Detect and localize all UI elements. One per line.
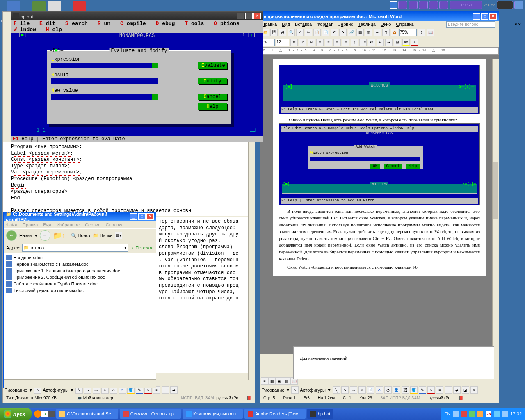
line-style-icon[interactable]: ≡ xyxy=(436,386,443,394)
cut-icon[interactable]: ✂ xyxy=(305,29,312,36)
word-toolbar-1[interactable]: 📂 💾 🖨 🔍 ✓ ✂ 📋 📄 ↶ ↷ 🔗 ▦ ▥ ✏ ¶ Ω ? 📖 xyxy=(260,27,499,37)
zoom-select[interactable] xyxy=(399,29,417,36)
file-list[interactable]: Введение.doc Первое знакомство с Паскале… xyxy=(4,253,156,294)
tp-menu-search[interactable]: Search xyxy=(65,21,91,27)
tray-icon[interactable] xyxy=(494,411,500,417)
menu-view[interactable]: Вид xyxy=(43,222,51,227)
numlist-icon[interactable]: ⋮≡ xyxy=(359,39,367,46)
menu-format[interactable]: Формат xyxy=(317,22,333,27)
document-area[interactable]: [■] Watches 3═[↕]═ F1 Help F7 Trace F8 S… xyxy=(260,55,499,354)
address-input[interactable] xyxy=(22,244,128,252)
dash-style-icon[interactable]: ⋯ xyxy=(162,386,169,394)
copy-icon[interactable]: 📋 xyxy=(313,29,321,36)
close-button[interactable]: × xyxy=(253,13,261,19)
shadow-icon[interactable]: ◪ xyxy=(462,386,469,394)
tp-menu-compile[interactable]: Compile xyxy=(120,21,149,27)
tp-menu-window[interactable]: Window xyxy=(14,27,39,33)
fontcolor-icon[interactable]: A xyxy=(411,39,418,46)
forward-button[interactable]: → xyxy=(40,230,50,241)
newvalue-input[interactable] xyxy=(51,94,158,100)
menu-table[interactable]: Таблица xyxy=(358,22,376,27)
spell-icon[interactable]: ✓ xyxy=(296,29,304,36)
font-color-icon[interactable]: A xyxy=(427,386,435,394)
expression-input[interactable] xyxy=(51,63,158,68)
arrow-style-icon[interactable]: ⇄ xyxy=(453,386,461,394)
start-button[interactable]: пуск xyxy=(0,408,32,420)
minimize-button[interactable]: _ xyxy=(237,13,244,19)
list-item[interactable]: Первое знакомство с Паскалем.doc xyxy=(5,261,155,267)
arrow-style-icon[interactable]: ⇄ xyxy=(170,386,178,394)
justify-icon[interactable]: ≡ xyxy=(342,39,349,46)
media-stop[interactable] xyxy=(429,1,438,9)
drawing-icon[interactable]: ✏ xyxy=(374,29,381,36)
menu-help[interactable]: Справка xyxy=(106,222,123,227)
close-button[interactable]: × xyxy=(146,213,154,220)
tp-titlebar[interactable]: bp.bat _ □ × xyxy=(11,12,263,20)
ql-desktop-icon[interactable] xyxy=(48,411,55,417)
taskbar-item[interactable]: Семакин_Основы пр... xyxy=(120,409,181,419)
word-icon[interactable] xyxy=(390,1,397,9)
tp-menu-run[interactable]: Run xyxy=(98,21,114,27)
book-icon[interactable]: 📕 xyxy=(247,396,251,402)
media-play[interactable] xyxy=(409,1,418,9)
textbox-icon[interactable]: 📄 xyxy=(367,386,374,394)
autoshapes-menu[interactable]: Автофигуры xyxy=(300,388,326,393)
tp-menu-options[interactable]: Options xyxy=(214,21,243,27)
scrollbar-thumb[interactable] xyxy=(493,162,498,219)
outdent-icon[interactable]: ⇤ xyxy=(377,39,384,46)
drawing-menu[interactable]: Рисование xyxy=(5,388,27,393)
question-input[interactable]: Введите вопрос xyxy=(446,21,495,28)
highlight-icon[interactable]: ab xyxy=(402,39,410,46)
maximize-button[interactable]: □ xyxy=(245,13,253,19)
menu-insert[interactable]: Вставка xyxy=(295,22,312,27)
tp-menu-debug[interactable]: Debug xyxy=(155,21,178,27)
tray-icon[interactable] xyxy=(461,411,467,417)
underline-icon[interactable]: Ч xyxy=(308,39,315,46)
book-icon[interactable]: 📕 xyxy=(459,396,463,402)
link-icon[interactable]: 🔗 xyxy=(348,29,355,36)
up-button[interactable]: 📁↑ xyxy=(53,231,66,240)
taskbar-item[interactable]: Adobe Reader - [Сем... xyxy=(244,409,306,419)
arrow-icon[interactable]: ↘ xyxy=(341,386,349,394)
bold-icon[interactable]: Ж xyxy=(290,39,298,46)
picture-icon[interactable]: 🖼 xyxy=(402,386,409,394)
clock[interactable]: 17:32 xyxy=(510,411,522,416)
wordart-icon[interactable]: A xyxy=(376,386,383,394)
list-item[interactable]: Приложение 1. Клавиши быстрого управлени… xyxy=(5,267,155,274)
3d-icon[interactable]: ◊ xyxy=(470,386,478,394)
align-right-icon[interactable]: ≡ xyxy=(333,39,341,46)
select-arrow-icon[interactable]: ↖ xyxy=(291,386,299,394)
autoshapes-menu[interactable]: Автофигуры xyxy=(43,388,68,393)
oval-icon[interactable]: ○ xyxy=(358,386,366,394)
menu-tools[interactable]: Сервис xyxy=(85,222,100,227)
ql-utorrent-icon[interactable]: μ xyxy=(41,411,48,417)
volume-slider[interactable] xyxy=(497,1,513,9)
tray-icon[interactable] xyxy=(453,411,459,417)
align-left-icon[interactable]: ≡ xyxy=(316,39,324,46)
fill-color-icon[interactable]: 🪣 xyxy=(410,386,418,394)
columns-icon[interactable]: ▥ xyxy=(365,29,372,36)
preview-icon[interactable]: 🔍 xyxy=(288,29,295,36)
minimize-button[interactable]: _ xyxy=(130,213,137,220)
italic-icon[interactable]: К xyxy=(299,39,306,46)
tp-editor[interactable]: ═[■]═ NONAME00.PAS ═1═[↕]═ ─┘ ═[■]═ Eval… xyxy=(11,33,263,136)
word-menubar[interactable]: Правка Вид Вставка Формат Сервис Таблица… xyxy=(260,21,499,27)
taskbar[interactable]: пуск μ C:\Documents and Se... Семакин_Ос… xyxy=(0,408,525,420)
undo-icon[interactable]: ↶ xyxy=(331,29,338,36)
diagram-icon[interactable]: ◔ xyxy=(384,386,392,394)
taskbar-item-active[interactable]: bp.bat xyxy=(307,409,334,419)
media-next[interactable] xyxy=(439,1,448,9)
explorer-toolbar[interactable]: ← Назад▾ → 📁↑ 🔍 Поиск 📁 Папки ▦▾ xyxy=(4,228,156,242)
list-item[interactable]: Работа с файлами в Турбо Паскале.doc xyxy=(5,281,155,287)
help-button[interactable]: Help xyxy=(198,103,227,110)
taskbar-item[interactable]: C:\Documents and Se... xyxy=(56,409,118,419)
tp-menu-file[interactable]: File xyxy=(14,21,33,27)
explorer-menubar[interactable]: Файл Правка Вид Избранное Сервис Справка xyxy=(4,221,156,228)
table-icon[interactable]: ▦ xyxy=(356,29,364,36)
menu-edit[interactable]: Правка xyxy=(23,222,38,227)
paste-icon[interactable]: 📄 xyxy=(322,29,329,36)
menu-help[interactable]: Справка xyxy=(396,22,414,27)
folders-button[interactable]: 📁 Папки xyxy=(93,233,112,238)
menu-file[interactable]: Файл xyxy=(6,222,17,227)
tp-menu-edit[interactable]: Edit xyxy=(39,21,59,27)
